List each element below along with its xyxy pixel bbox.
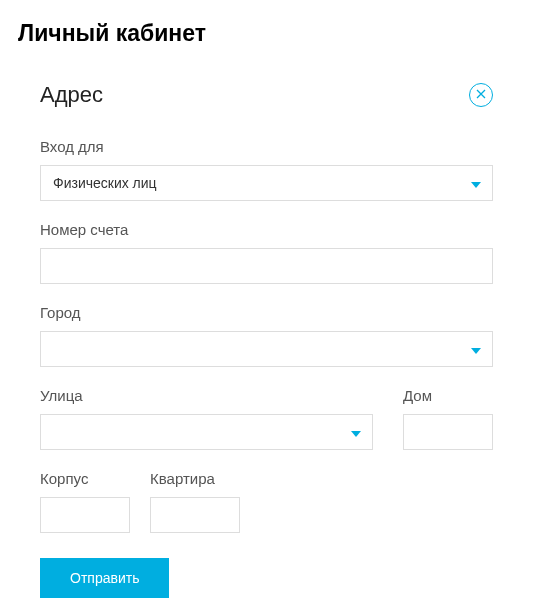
street-house-row: Улица Дом [40,387,493,450]
house-label: Дом [403,387,493,404]
city-label: Город [40,304,493,321]
account-number-input[interactable] [40,248,493,284]
close-button[interactable] [469,83,493,107]
street-group: Улица [40,387,373,450]
submit-button[interactable]: Отправить [40,558,169,598]
entry-for-value: Физических лиц [40,165,493,201]
street-label: Улица [40,387,373,404]
account-number-group: Номер счета [40,221,493,284]
entry-for-group: Вход для Физических лиц [40,138,493,201]
building-group: Корпус [40,470,130,533]
street-value [40,414,373,450]
address-form: Адрес Вход для Физических лиц Номер счет… [18,82,515,598]
apartment-label: Квартира [150,470,240,487]
building-label: Корпус [40,470,130,487]
city-group: Город [40,304,493,367]
account-number-label: Номер счета [40,221,493,238]
form-header: Адрес [40,82,493,108]
city-select[interactable] [40,331,493,367]
building-input[interactable] [40,497,130,533]
entry-for-select[interactable]: Физических лиц [40,165,493,201]
building-apartment-row: Корпус Квартира [40,470,493,533]
apartment-group: Квартира [150,470,240,533]
close-icon [476,89,486,101]
house-group: Дом [403,387,493,450]
entry-for-label: Вход для [40,138,493,155]
apartment-input[interactable] [150,497,240,533]
city-value [40,331,493,367]
page-title: Личный кабинет [18,20,515,47]
house-input[interactable] [403,414,493,450]
form-title: Адрес [40,82,103,108]
street-select[interactable] [40,414,373,450]
